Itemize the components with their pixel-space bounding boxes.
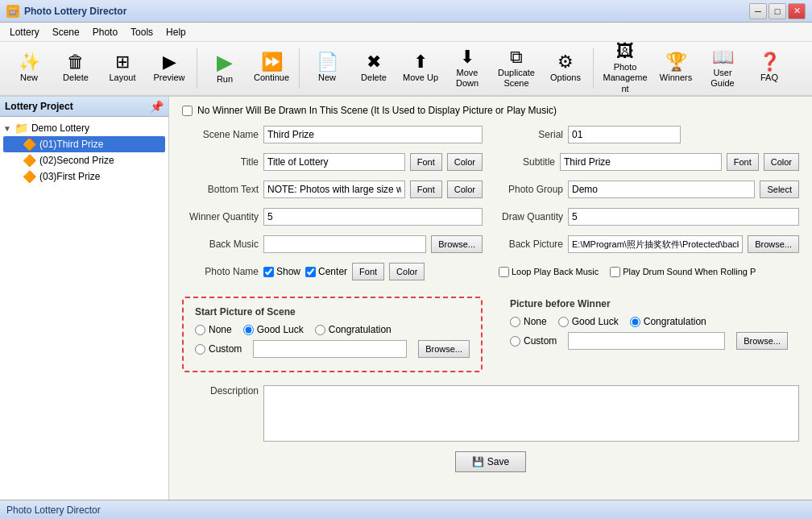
minimize-button[interactable]: ─ <box>749 3 767 19</box>
tree-item-second-prize[interactable]: 🔶 (02)Second Prize <box>3 152 165 168</box>
start-browse-button[interactable]: Browse... <box>418 340 470 358</box>
subtitle-input[interactable] <box>560 153 722 171</box>
back-picture-input[interactable] <box>568 235 743 253</box>
subtitle-font-button[interactable]: Font <box>727 153 759 171</box>
tb-guide-button[interactable]: 📖 User Guide <box>700 45 745 92</box>
scene-name-input[interactable] <box>263 126 483 143</box>
tree-item-first-prize[interactable]: 🔶 (03)First Prize <box>3 168 165 185</box>
show-label: Show <box>276 266 300 277</box>
main-layout: Lottery Project 📌 ▼ 📁 Demo Lottery 🔶 (01… <box>0 97 812 500</box>
menu-help[interactable]: Help <box>160 25 193 39</box>
tb-new-label: New <box>20 73 38 83</box>
tb-new2-label: New <box>318 73 336 83</box>
no-winner-checkbox[interactable] <box>182 106 193 116</box>
menu-tools[interactable]: Tools <box>124 25 160 39</box>
tb-delete-button[interactable]: 🗑 Delete <box>53 45 98 92</box>
tb-faq-label: FAQ <box>760 73 778 83</box>
serial-input[interactable] <box>568 126 681 143</box>
loop-play-checkbox[interactable] <box>499 267 509 277</box>
status-bar: Photo Lottery Director <box>0 500 812 519</box>
tb-new-button[interactable]: ✨ New <box>6 45 52 92</box>
subtitle-row: Subtitle Font Color <box>499 153 799 171</box>
winner-qty-label: Winner Quantity <box>182 211 259 222</box>
tb-run-button[interactable]: ▶ Run <box>202 45 247 92</box>
tb-delete2-button[interactable]: ✖ Delete <box>351 45 396 92</box>
menu-photo[interactable]: Photo <box>86 25 124 39</box>
back-music-label: Back Music <box>182 239 259 250</box>
close-button[interactable]: ✕ <box>788 3 806 19</box>
start-none-radio[interactable] <box>195 325 205 335</box>
photo-group-input[interactable] <box>568 181 755 198</box>
play-drum-checkbox[interactable] <box>610 267 620 277</box>
bottom-text-font-button[interactable]: Font <box>410 181 442 198</box>
tb-moveup-button[interactable]: ⬆ Move Up <box>398 45 443 92</box>
tb-options-button[interactable]: ⚙ Options <box>543 45 588 92</box>
photo-name-color-button[interactable]: Color <box>389 263 425 280</box>
serial-label: Serial <box>499 129 563 140</box>
loop-play-text: Loop Play Back Music <box>512 267 599 276</box>
menu-lottery[interactable]: Lottery <box>3 25 46 39</box>
save-button[interactable]: 💾 Save <box>455 451 526 472</box>
photo-name-center-checkbox[interactable] <box>305 267 316 277</box>
tb-new2-button[interactable]: 📄 New <box>304 45 350 92</box>
title-font-button[interactable]: Font <box>410 153 442 171</box>
app-icon: 🎰 <box>6 5 19 18</box>
pbw-custom-input[interactable] <box>568 332 725 350</box>
description-textarea[interactable] <box>263 385 799 442</box>
tb-preview-button[interactable]: ▶ Preview <box>147 45 192 92</box>
photo-icon: 🖼 <box>616 43 634 60</box>
start-goodluck-label: Good Luck <box>243 324 304 335</box>
tb-photo-button[interactable]: 🖼 Photo Management <box>599 45 652 92</box>
bottom-two-col: Start Picture of Scene None Good Luck Co… <box>182 290 799 379</box>
duplicate-icon: ⧉ <box>510 48 523 66</box>
start-congratulation-radio[interactable] <box>315 325 325 335</box>
menu-scene[interactable]: Scene <box>46 25 86 39</box>
title-color-button[interactable]: Color <box>447 153 483 171</box>
bottom-text-input[interactable] <box>263 181 405 198</box>
maximize-button[interactable]: □ <box>768 3 786 19</box>
pin-icon[interactable]: 📌 <box>150 100 164 113</box>
pbw-congratulation-label: Congratulation <box>630 316 706 327</box>
loop-play-label: Loop Play Back Music <box>499 267 599 277</box>
tb-moveup-label: Move Up <box>403 73 438 83</box>
subtitle-label: Subtitle <box>499 156 555 168</box>
start-custom-input[interactable] <box>253 340 407 358</box>
pbw-congratulation-radio[interactable] <box>630 317 640 327</box>
back-picture-browse-button[interactable]: Browse... <box>748 235 799 253</box>
tb-continue-label: Continue <box>254 73 289 83</box>
start-custom-radio[interactable] <box>195 344 205 355</box>
pbw-goodluck-label: Good Luck <box>558 316 619 327</box>
pbw-custom-text: Custom <box>524 335 557 347</box>
pbw-browse-button[interactable]: Browse... <box>736 332 788 350</box>
back-music-browse-button[interactable]: Browse... <box>431 235 483 253</box>
pbw-goodluck-radio[interactable] <box>558 317 569 327</box>
scene-name-row: Scene Name <box>182 126 483 143</box>
tree-root[interactable]: ▼ 📁 Demo Lottery <box>3 120 165 136</box>
tb-duplicate-button[interactable]: ⧉ Duplicate Scene <box>491 45 541 92</box>
tb-continue-button[interactable]: ⏩ Continue <box>249 45 294 92</box>
tb-winners-label: Winners <box>660 73 692 83</box>
title-input[interactable] <box>263 153 405 171</box>
photo-name-show-checkbox[interactable] <box>263 267 274 277</box>
tb-layout-button[interactable]: ⊞ Layout <box>100 45 145 92</box>
pbw-none-radio[interactable] <box>510 317 520 327</box>
photo-name-font-button[interactable]: Font <box>352 263 384 280</box>
winner-qty-input[interactable] <box>263 208 483 226</box>
tb-movedown-button[interactable]: ⬇ Move Down <box>445 45 490 92</box>
photo-group-select-button[interactable]: Select <box>760 181 799 198</box>
no-winner-row: No Winner Will Be Drawn In This Scene (I… <box>182 105 799 116</box>
movedown-icon: ⬇ <box>460 48 474 66</box>
start-custom-label: Custom <box>195 343 242 355</box>
tb-faq-button[interactable]: ❓ FAQ <box>747 45 792 92</box>
back-music-input[interactable] <box>263 235 426 253</box>
start-goodluck-radio[interactable] <box>243 325 254 335</box>
bottom-text-color-button[interactable]: Color <box>447 181 483 198</box>
preview-icon: ▶ <box>163 53 176 71</box>
tb-winners-button[interactable]: 🏆 Winners <box>653 45 698 92</box>
draw-qty-input[interactable] <box>568 208 799 226</box>
window-title: Photo Lottery Director <box>24 6 749 17</box>
pbw-custom-radio[interactable] <box>510 336 520 347</box>
photo-name-label: Photo Name <box>182 266 259 277</box>
subtitle-color-button[interactable]: Color <box>764 153 799 171</box>
tree-item-third-prize[interactable]: 🔶 (01)Third Prize <box>3 136 165 152</box>
